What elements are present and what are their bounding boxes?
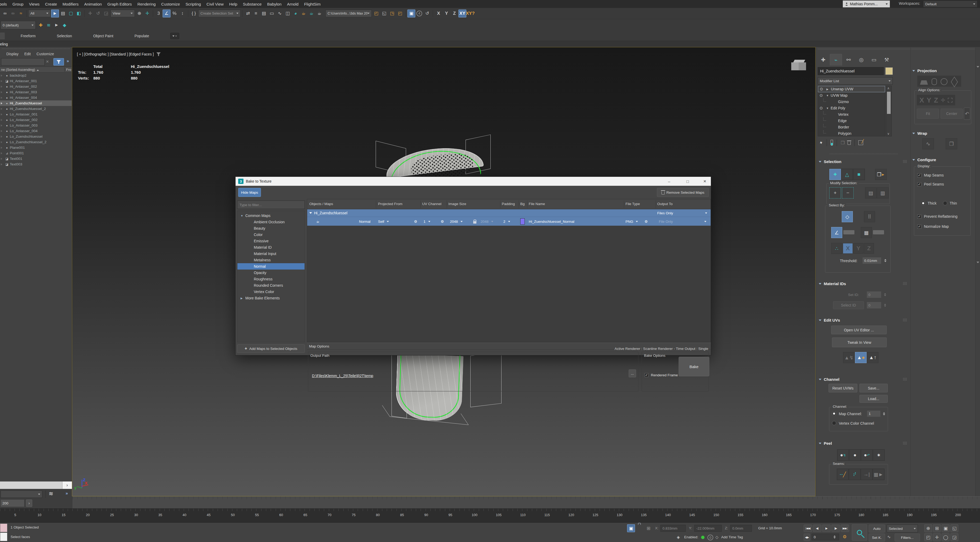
tweak-in-view-button[interactable]: Tweak In View [832, 337, 887, 347]
convert-to-seams-icon[interactable]: →| [861, 469, 872, 480]
toolbar-icon[interactable]: ◰ [396, 10, 404, 17]
scroll-down-icon[interactable]: ∨ [887, 132, 889, 135]
layer-tool-icon[interactable]: ► [52, 21, 60, 29]
viewport-filter-icon[interactable] [156, 52, 161, 56]
maximize-button[interactable]: □ [682, 178, 693, 185]
gear-icon[interactable]: ⚙ [644, 217, 648, 226]
add-time-tag-text[interactable]: Add Time Tag [721, 535, 743, 539]
viewport-nav-icon[interactable]: ⊞ [933, 524, 941, 532]
reset-uvws-button[interactable]: Reset UVWs [829, 384, 858, 393]
projection-rollout-header[interactable]: Projection [912, 68, 980, 73]
user-account-menu[interactable]: Mathias Pomm... [843, 0, 890, 7]
menu-item[interactable]: Customize [161, 2, 180, 6]
toolbar-icon[interactable]: ≡ [252, 10, 260, 17]
toolbar-icon[interactable]: ◰ [372, 10, 380, 17]
open-in-dialog-icon[interactable]: ▲↑ [867, 352, 878, 363]
scene-object-row[interactable]: Hi_Zuendschluessel_2 [0, 106, 72, 111]
scene-object-row[interactable]: Lo_Anlasser_003 [0, 122, 72, 128]
dialog-titlebar[interactable]: 3 Bake to Texture [235, 177, 711, 186]
time-configuration-icon[interactable]: ⚙ [841, 533, 849, 541]
scrollbar-thumb[interactable] [887, 92, 891, 114]
spherical-projection-icon[interactable] [940, 78, 948, 85]
file-type-select[interactable]: PNG [625, 217, 643, 226]
maxscript-listener-white[interactable] [0, 532, 7, 541]
more-options-button[interactable]: » [67, 59, 69, 64]
toolbar-icon[interactable]: ▤ [260, 10, 268, 17]
visibility-eye-icon[interactable]: ⊙ [819, 106, 824, 110]
map-type-item[interactable]: Roughness [237, 276, 305, 282]
visibility-eye-icon[interactable]: ⊙ [820, 87, 824, 91]
create-selection-set-combo[interactable]: Create Selection Set [198, 10, 240, 17]
menu-item[interactable]: Graph Editors [107, 2, 132, 6]
gear-icon[interactable]: ⚙ [414, 217, 417, 226]
projected-from-select[interactable]: Self [378, 217, 412, 226]
toolbar-icon[interactable]: ▭ [268, 10, 276, 17]
modifier-stack-row[interactable]: Border [818, 124, 885, 130]
toolbar-icon[interactable]: ↺ [94, 10, 102, 17]
image-size-select[interactable]: 2048 [450, 217, 471, 226]
select-edge-loop-icon[interactable]: ▤ [865, 188, 877, 199]
ribbon-tab[interactable]: Freeform [21, 34, 36, 38]
prevent-reflattening-checkbox[interactable]: ✓ [917, 215, 921, 219]
select-element-button[interactable]: ❒► [875, 169, 887, 180]
toolbar-icon[interactable]: ◕ [291, 10, 299, 17]
ribbon-tab[interactable]: Object Paint [93, 34, 113, 38]
toolbar-icon[interactable]: ✛ [143, 10, 151, 17]
scene-object-row[interactable]: Lo_Anlasser_002 [0, 117, 72, 122]
edit-seams-icon[interactable]: --╱ [837, 469, 849, 480]
toolbar-icon[interactable]: ▣ [407, 10, 415, 17]
surface-wrap-icon[interactable]: ❒ [946, 138, 957, 149]
spline-wrap-icon[interactable]: ∿ [923, 138, 934, 149]
layer-tool-icon[interactable]: ✚ [37, 21, 45, 29]
viewport-nav-icon[interactable]: ⊕ [924, 524, 932, 532]
toolbar-icon[interactable]: ↺ [423, 10, 431, 17]
expand-arrow-icon[interactable]: ▼ [826, 94, 829, 97]
open-uv-editor-button[interactable]: Open UV Editor ... [831, 326, 887, 334]
planar-projection-icon[interactable] [920, 80, 928, 85]
command-panel-tab[interactable]: ◎ [855, 54, 867, 65]
column-header[interactable]: Bg [520, 202, 525, 206]
toolbar-icon[interactable]: ◱ [380, 10, 388, 17]
clear-search-icon[interactable]: × [46, 59, 49, 65]
toolbar-icon[interactable]: ⊕ [135, 10, 143, 17]
view-cube[interactable] [791, 59, 806, 72]
map-channel-spinner[interactable] [883, 411, 885, 416]
map-seams-checkbox[interactable]: ✓ [917, 173, 921, 177]
collapse-arrow-icon[interactable] [309, 212, 312, 215]
modifier-stack-row[interactable]: Edge [818, 118, 885, 124]
padding-select[interactable]: 2 [503, 217, 518, 226]
map-channel-field[interactable]: 1 [867, 410, 881, 417]
thin-seam-radio[interactable] [943, 201, 947, 205]
viewport-nav-icon[interactable]: ◯ [942, 533, 950, 541]
expand-arrow-icon[interactable] [1, 163, 3, 165]
map-type-item[interactable]: Emissive [237, 238, 305, 244]
material-ids-rollout-header[interactable]: Material IDs [819, 281, 907, 286]
toolbar-icon[interactable]: ∞ [9, 10, 17, 17]
next-button[interactable]: › [26, 499, 32, 507]
scene-object-row[interactable]: Text003 [0, 162, 72, 167]
column-header[interactable]: Padding [502, 202, 515, 206]
axis-toggle[interactable]: X [434, 10, 442, 17]
column-header[interactable]: UV Channel [422, 202, 441, 206]
ribbon-minimize-button[interactable] [170, 33, 179, 39]
auto-key-button[interactable]: Auto [869, 525, 885, 532]
toolbar-icon[interactable]: ≈ [17, 10, 25, 17]
select-by-pattern-icon[interactable]: ⠿ [864, 211, 875, 222]
vertex-mode-button[interactable]: ✚ [829, 169, 841, 180]
save-uvws-button[interactable]: Save... [859, 384, 888, 393]
modifier-stack-row[interactable]: Polygon [818, 130, 885, 137]
remove-modifier-icon[interactable] [848, 141, 851, 145]
shield-icon[interactable]: ◈ [677, 535, 680, 540]
column-header[interactable]: Output To [657, 202, 673, 206]
scene-object-row[interactable]: Hi_Anlasser_001 [0, 78, 72, 84]
map-type-item[interactable]: Beauty [237, 225, 305, 232]
expand-arrow-icon[interactable] [1, 113, 3, 116]
toolbar-icon[interactable]: ◧ [75, 10, 83, 17]
bg-color-swatch[interactable] [520, 217, 525, 226]
expand-arrow-icon[interactable] [1, 130, 3, 132]
chevron-down-icon[interactable] [703, 217, 706, 226]
wrap-rollout-header[interactable]: Wrap [912, 130, 980, 136]
modifier-stack-row[interactable]: Vertex [818, 111, 885, 118]
axis-toggle[interactable]: Z [450, 10, 458, 17]
scene-object-row[interactable]: Lo_Anlasser_004 [0, 128, 72, 134]
